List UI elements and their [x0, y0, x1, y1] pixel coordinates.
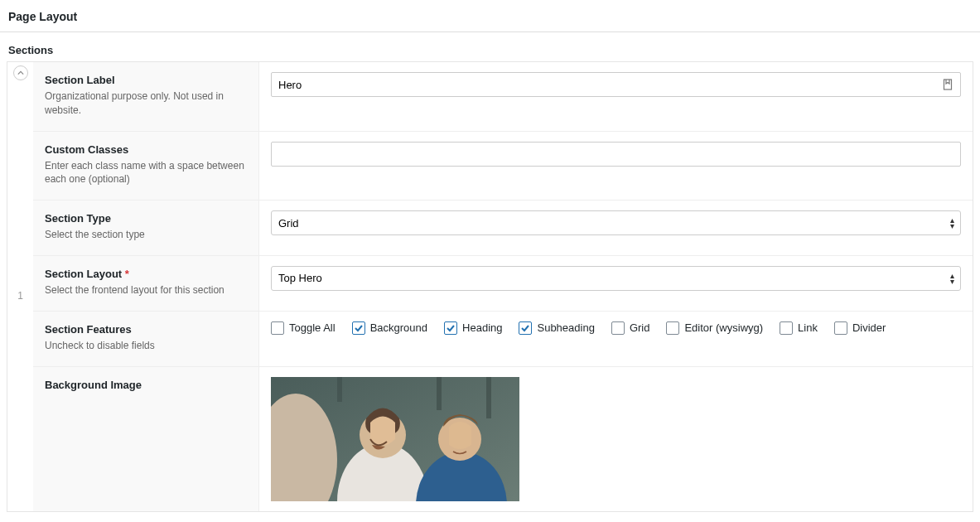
input-cell	[259, 62, 973, 131]
checkbox-label: Link	[798, 321, 818, 334]
label-cell: Background Image	[33, 367, 259, 511]
feature-checkbox[interactable]: Divider	[834, 321, 886, 335]
input-cell: Toggle AllBackgroundHeadingSubheadingGri…	[259, 312, 973, 366]
checkbox-label: Toggle All	[289, 321, 336, 334]
feature-checkbox[interactable]: Grid	[611, 321, 650, 335]
field-row-section-type: Section Type Select the section type Gri…	[33, 200, 973, 255]
section-order-column: 1	[7, 61, 33, 511]
background-image-thumb[interactable]	[271, 377, 519, 501]
label-desc: Organizational purpose only. Not used in…	[45, 89, 247, 118]
checkbox-label: Subheading	[537, 321, 594, 334]
collapse-toggle[interactable]	[13, 65, 28, 80]
field-row-section-features: Section Features Uncheck to disable fiel…	[33, 311, 973, 366]
sections-title: Sections	[0, 32, 980, 61]
input-cell	[259, 132, 973, 201]
field-row-background-image: Background Image	[33, 366, 973, 511]
label-desc: Select the frontend layout for this sect…	[45, 283, 247, 297]
field-row-section-label: Section Label Organizational purpose onl…	[33, 61, 973, 131]
section-type-select[interactable]: Grid	[271, 210, 961, 235]
label-cell: Custom Classes Enter each class name wit…	[33, 132, 259, 201]
checkbox-label: Background	[370, 321, 427, 334]
label-cell: Section Layout * Select the frontend lay…	[33, 256, 259, 311]
label-title: Background Image	[45, 379, 247, 391]
checkbox-icon	[611, 321, 625, 335]
section-label-input[interactable]	[271, 72, 961, 97]
checkbox-icon	[666, 321, 679, 335]
checkbox-icon	[780, 321, 793, 335]
feature-checkbox[interactable]: Link	[780, 321, 818, 335]
section-layout-select[interactable]: Top Hero	[271, 266, 961, 291]
checkbox-icon	[444, 321, 457, 335]
section-panel: 1 Section Label Organizational purpose o…	[7, 61, 973, 512]
input-cell: Grid ▴▾	[259, 201, 973, 255]
page-title: Page Layout	[0, 0, 980, 32]
label-title: Section Layout *	[45, 268, 247, 280]
feature-checkbox[interactable]: Editor (wysiwyg)	[666, 321, 763, 335]
checkbox-label: Editor (wysiwyg)	[684, 321, 763, 334]
custom-classes-input[interactable]	[271, 142, 961, 167]
label-title: Section Label	[45, 74, 247, 86]
required-mark: *	[125, 268, 129, 280]
feature-checkbox[interactable]: Toggle All	[271, 321, 336, 335]
checkbox-icon	[271, 321, 284, 335]
label-title: Custom Classes	[45, 143, 247, 156]
feature-checkbox[interactable]: Heading	[444, 321, 502, 335]
field-row-custom-classes: Custom Classes Enter each class name wit…	[33, 131, 973, 201]
feature-checkbox[interactable]: Subheading	[519, 321, 594, 335]
label-desc: Uncheck to disable fields	[45, 339, 247, 353]
feature-checkbox[interactable]: Background	[352, 321, 427, 335]
label-desc: Select the section type	[45, 228, 247, 242]
label-cell: Section Type Select the section type	[33, 201, 259, 255]
checkbox-label: Divider	[852, 321, 886, 334]
checkbox-icon	[519, 321, 532, 335]
field-row-section-layout: Section Layout * Select the frontend lay…	[33, 255, 973, 311]
svg-rect-7	[437, 377, 442, 410]
chevron-up-icon	[17, 70, 24, 76]
features-checkbox-group: Toggle AllBackgroundHeadingSubheadingGri…	[271, 321, 886, 335]
svg-rect-9	[337, 377, 342, 402]
input-cell	[259, 367, 973, 511]
svg-rect-8	[486, 377, 491, 418]
checkbox-label: Heading	[462, 321, 502, 334]
label-cell: Section Label Organizational purpose onl…	[33, 62, 259, 131]
label-cell: Section Features Uncheck to disable fiel…	[33, 312, 259, 366]
checkbox-icon	[834, 321, 847, 335]
label-title: Section Type	[45, 212, 247, 225]
checkbox-icon	[352, 321, 365, 335]
section-number: 1	[17, 290, 23, 302]
input-cell: Top Hero ▴▾	[259, 256, 973, 311]
checkbox-label: Grid	[630, 321, 650, 334]
label-desc: Enter each class name with a space betwe…	[45, 159, 247, 187]
label-title: Section Features	[45, 323, 247, 336]
fields-column: Section Label Organizational purpose onl…	[33, 61, 973, 511]
